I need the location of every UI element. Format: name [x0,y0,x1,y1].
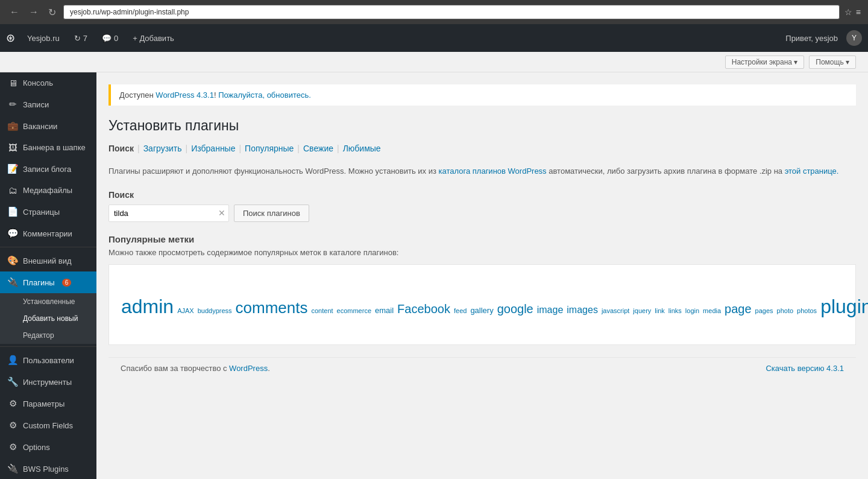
tab-search[interactable]: Поиск [108,144,134,153]
admin-bar-site[interactable]: Yesjob.ru [21,24,66,52]
tab-popular[interactable]: Популярные [245,144,294,153]
tag-buddypress[interactable]: buddypress [198,307,232,314]
desc-link-page[interactable]: этой странице. [785,167,839,176]
tab-upload[interactable]: Загрузить [143,144,182,153]
tag-page[interactable]: page [725,302,752,316]
tab-favorites[interactable]: Избранные [191,144,235,153]
sidebar-item-tools[interactable]: 🔧 Инструменты [0,371,96,393]
sidebar-item-banner[interactable]: 🖼 Баннера в шапке [0,137,96,158]
sidebar-item-vacancies[interactable]: 💼 Вакансии [0,115,96,137]
tools-icon: 🔧 [7,376,18,387]
sidebar-sub-add-new[interactable]: Добавить новый [0,310,96,327]
sidebar-label-tools: Инструменты [23,378,72,387]
wp-admin-bar: ⊛ Yesjob.ru ↻ 7 💬 0 + Добавить Привет, y… [0,24,868,52]
sidebar-item-media[interactable]: 🗂 Медиафайлы [0,180,96,201]
page-description: Плагины расширяют и дополняют функционал… [108,165,856,178]
desc-link-catalog[interactable]: каталога плагинов WordPress [439,167,547,176]
sidebar-item-settings[interactable]: ⚙ Параметры [0,393,96,414]
wp-logo[interactable]: ⊛ [6,31,15,45]
footer-wp-link[interactable]: WordPress [229,364,268,373]
sidebar-item-pages[interactable]: 📄 Страницы [0,201,96,223]
sidebar-item-users[interactable]: 👤 Пользователи [0,349,96,371]
comment-icon: 💬 [102,34,112,43]
sidebar-item-options[interactable]: ⚙ Options [0,436,96,458]
sidebar-sub-editor[interactable]: Редактор [0,327,96,344]
console-icon: 🖥 [7,78,18,88]
search-clear-icon[interactable]: ✕ [218,208,225,218]
tag-photo[interactable]: photo [777,307,794,314]
tab-fresh[interactable]: Свежие [303,144,333,153]
tag-comments[interactable]: comments [236,299,308,317]
desc-text-1: Плагины расширяют и дополняют функционал… [108,167,439,176]
updates-icon: ↻ [74,34,81,43]
tag-pages[interactable]: pages [755,307,773,314]
tag-jquery[interactable]: jquery [633,307,651,314]
page-title: Установить плагины [108,118,856,134]
url-bar[interactable]: yesjob.ru/wp-admin/plugin-install.php [63,5,840,19]
sidebar-sub-installed[interactable]: Установленные [0,293,96,310]
back-button[interactable]: ← [7,5,22,19]
tag-google[interactable]: google [497,302,533,316]
search-plugins-button[interactable]: Поиск плагинов [234,205,309,222]
update-notice-wp-link[interactable]: WordPress 4.3.1 [156,90,214,100]
screen-options-bar: Настройки экрана ▾ Помощь ▾ [0,52,868,72]
tag-plugin[interactable]: plugin [820,296,868,317]
sidebar-item-blog[interactable]: 📝 Записи блога [0,158,96,180]
admin-bar-greeting: Привет, yesjob [779,34,844,43]
sidebar-item-console[interactable]: 🖥 Консоль [0,72,96,94]
forward-button[interactable]: → [27,5,41,19]
search-input[interactable] [108,205,229,222]
sidebar-label-comments: Комментарии [23,229,72,238]
admin-bar-updates[interactable]: ↻ 7 [68,24,93,52]
tag-gallery[interactable]: gallery [470,306,493,315]
tag-links[interactable]: links [668,307,682,314]
sidebar-item-plugins[interactable]: 🔌 Плагины 6 [0,271,96,293]
refresh-button[interactable]: ↻ [46,5,58,19]
update-notice: Доступен WordPress 4.3.1! Пожалуйста, об… [108,84,856,106]
tag-admin[interactable]: admin [121,296,174,317]
admin-bar-comments[interactable]: 💬 0 [96,24,124,52]
tag-login[interactable]: login [685,307,699,314]
sidebar-item-bws[interactable]: 🔌 BWS Plugins [0,458,96,479]
sidebar-item-posts[interactable]: ✏ Записи [0,94,96,115]
browser-chrome: ← → ↻ yesjob.ru/wp-admin/plugin-install.… [0,0,868,24]
footer-version-link[interactable]: Скачать версию 4.3.1 [766,364,844,373]
tag-photos[interactable]: photos [797,307,817,314]
footer-thanks: Спасибо вам за творчество с WordPress. [121,364,270,373]
search-label: Поиск [108,190,856,200]
tag-media[interactable]: media [703,307,721,314]
tag-images[interactable]: images [567,305,598,315]
tag-facebook[interactable]: Facebook [397,302,450,316]
help-button[interactable]: Помощь ▾ [809,56,856,69]
options-icon: ⚙ [7,442,18,452]
sidebar-item-comments[interactable]: 💬 Комментарии [0,223,96,244]
sidebar-item-appearance[interactable]: 🎨 Внешний вид [0,250,96,271]
tag-javascript[interactable]: javascript [602,307,629,314]
tag-link[interactable]: link [655,307,665,314]
updates-count: 7 [83,34,87,43]
tag-image[interactable]: image [537,305,564,315]
sidebar-item-custom-fields[interactable]: ⚙ Custom Fields [0,414,96,436]
tag-content[interactable]: content [311,307,333,314]
comments-sidebar-icon: 💬 [7,228,18,239]
update-notice-update-link[interactable]: Пожалуйста, обновитесь. [218,90,311,100]
sidebar-label-banner: Баннера в шапке [23,143,86,152]
star-icon: ☆ [844,7,852,17]
browser-right-icons: ☆ ≡ [844,7,861,17]
vacancies-icon: 💼 [7,121,18,132]
tag-ecommerce[interactable]: ecommerce [337,307,371,314]
tag-feed[interactable]: feed [454,307,467,314]
desc-text-2: автоматически, либо загрузить архив плаг… [547,167,785,176]
sidebar-label-posts: Записи [23,100,49,109]
wp-footer: Спасибо вам за творчество с WordPress. С… [108,357,856,379]
tag-email[interactable]: email [375,306,394,315]
screen-options-button[interactable]: Настройки экрана ▾ [725,56,805,69]
menu-icon: ≡ [856,7,861,17]
users-icon: 👤 [7,355,18,366]
sidebar-label-blog: Записи блога [23,165,71,174]
search-input-wrap: ✕ [108,205,229,222]
tag-ajax[interactable]: AJAX [177,307,194,314]
sidebar-label-media: Медиафайлы [23,186,72,195]
tab-loved[interactable]: Любимые [343,144,381,153]
admin-bar-add-new[interactable]: + Добавить [127,24,180,52]
